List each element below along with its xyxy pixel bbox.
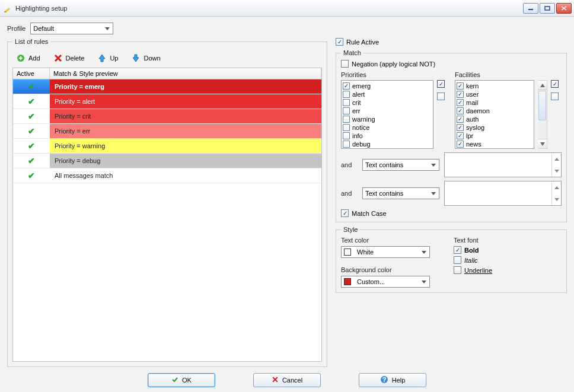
list-item-label: warning — [352, 116, 375, 123]
rules-legend: List of rules — [12, 38, 50, 45]
preview-cell: Priority = warning — [50, 139, 321, 153]
profile-combo[interactable]: Default — [30, 23, 113, 34]
text-input-1[interactable] — [444, 152, 562, 177]
preview-cell: Priority = alert — [50, 94, 321, 109]
svg-marker-11 — [99, 55, 105, 62]
list-item[interactable]: mail — [457, 98, 534, 107]
list-item-label: debug — [352, 141, 371, 148]
facilities-scrollbar[interactable] — [538, 80, 547, 149]
underline-check[interactable]: Underline — [454, 266, 492, 274]
text-input-2[interactable] — [444, 181, 562, 206]
priorities-listbox[interactable]: emergalertcriterrwarningnoticeinfodebug — [341, 80, 433, 149]
facilities-label: Facilities — [455, 71, 562, 78]
list-item[interactable]: crit — [343, 98, 432, 107]
active-cell[interactable]: ✔ — [13, 168, 50, 183]
maximize-button[interactable] — [540, 3, 555, 14]
active-cell[interactable]: ✔ — [13, 139, 50, 153]
checkbox-icon — [457, 116, 464, 123]
checkbox-icon — [457, 141, 464, 148]
list-item[interactable]: alert — [343, 90, 432, 98]
rules-grid: Active Match & Style preview ✔Priority =… — [12, 68, 322, 362]
list-item[interactable]: kern — [457, 82, 534, 90]
spin-down-icon[interactable] — [551, 193, 561, 205]
minimize-button[interactable] — [523, 3, 538, 14]
list-item[interactable]: auth — [457, 115, 534, 123]
text-mode-combo-2[interactable]: Text contains — [362, 187, 439, 199]
help-icon: ? — [380, 375, 388, 385]
list-item[interactable]: notice — [343, 123, 432, 132]
up-label: Up — [110, 55, 118, 62]
table-row[interactable]: ✔Priority = warning — [13, 139, 321, 154]
table-row[interactable]: ✔Priority = debug — [13, 154, 321, 168]
table-row[interactable]: ✔Priority = emerg — [13, 79, 321, 94]
list-item[interactable]: daemon — [457, 107, 534, 115]
ok-button[interactable]: OK — [148, 373, 215, 387]
scroll-up-icon[interactable] — [538, 81, 547, 90]
list-item[interactable]: uucp — [457, 148, 534, 149]
cancel-button[interactable]: Cancel — [253, 373, 321, 387]
col-active[interactable]: Active — [13, 68, 50, 79]
up-button[interactable]: Up — [97, 53, 118, 63]
bold-check[interactable]: Bold — [454, 246, 492, 254]
checkbox-icon — [454, 266, 461, 274]
bg-color-combo[interactable]: Custom... — [341, 276, 430, 288]
spin-up-icon[interactable] — [551, 181, 561, 193]
spin-up-icon[interactable] — [551, 153, 561, 165]
list-item[interactable]: lpr — [457, 132, 534, 140]
select-all-facilities[interactable] — [551, 80, 559, 88]
select-all-priorities[interactable] — [437, 80, 445, 88]
deselect-all-priorities[interactable] — [437, 93, 445, 100]
deselect-all-facilities[interactable] — [551, 93, 559, 100]
active-cell[interactable]: ✔ — [13, 154, 50, 168]
list-item[interactable]: news — [457, 140, 534, 148]
match-legend: Match — [341, 49, 363, 56]
italic-check[interactable]: Italic — [454, 256, 492, 264]
down-button[interactable]: Down — [131, 53, 160, 63]
active-cell[interactable]: ✔ — [13, 124, 50, 138]
checkmark-icon: ✔ — [28, 82, 35, 91]
list-item[interactable]: syslog — [457, 123, 534, 132]
list-item[interactable]: info — [343, 132, 432, 140]
match-case-check[interactable]: Match Case — [341, 209, 562, 217]
scroll-thumb[interactable] — [538, 91, 546, 120]
style-legend: Style — [341, 226, 360, 233]
col-preview[interactable]: Match & Style preview — [50, 68, 321, 79]
priorities-label: Priorities — [341, 71, 448, 78]
checkbox-icon — [336, 38, 343, 46]
checkbox-icon — [457, 99, 464, 106]
table-row[interactable]: ✔Priority = crit — [13, 109, 321, 124]
list-item[interactable]: user — [457, 90, 534, 98]
text-mode-combo-1[interactable]: Text contains — [362, 159, 439, 171]
checkbox-icon — [454, 256, 461, 264]
and-label-1: and — [341, 161, 358, 168]
list-item[interactable]: debug — [343, 140, 432, 148]
checkbox-icon — [343, 141, 350, 148]
scroll-down-icon[interactable] — [538, 139, 547, 148]
font-label: Text font — [454, 237, 492, 244]
close-button[interactable] — [556, 3, 572, 14]
active-cell[interactable]: ✔ — [13, 109, 50, 123]
titlebar: Highlighting setup — [0, 0, 574, 17]
active-cell[interactable]: ✔ — [13, 94, 50, 109]
list-item-label: notice — [352, 124, 369, 131]
table-row[interactable]: ✔Priority = err — [13, 124, 321, 139]
rule-active-check[interactable]: Rule Active — [336, 38, 567, 46]
table-row[interactable]: ✔All messages match — [13, 168, 321, 183]
text-color-combo[interactable]: White — [341, 246, 430, 258]
negation-check[interactable]: Negation (apply logical NOT) — [341, 60, 562, 68]
table-row[interactable]: ✔Priority = alert — [13, 94, 321, 109]
delete-button[interactable]: Delete — [53, 53, 85, 63]
help-button[interactable]: ?Help — [359, 373, 426, 387]
list-item[interactable]: warning — [343, 115, 432, 123]
add-button[interactable]: Add — [16, 53, 40, 63]
facilities-listbox[interactable]: kernusermaildaemonauthsysloglprnewsuucp — [455, 80, 534, 149]
list-item[interactable]: err — [343, 107, 432, 115]
rules-fieldset: List of rules Add Delete Up Down Active … — [7, 38, 327, 367]
checkbox-icon — [343, 124, 350, 131]
list-item-label: err — [352, 107, 360, 114]
and-label-2: and — [341, 190, 358, 197]
checkbox-icon — [457, 91, 464, 98]
list-item[interactable]: emerg — [343, 82, 432, 90]
active-cell[interactable]: ✔ — [13, 79, 50, 94]
spin-down-icon[interactable] — [551, 165, 561, 177]
